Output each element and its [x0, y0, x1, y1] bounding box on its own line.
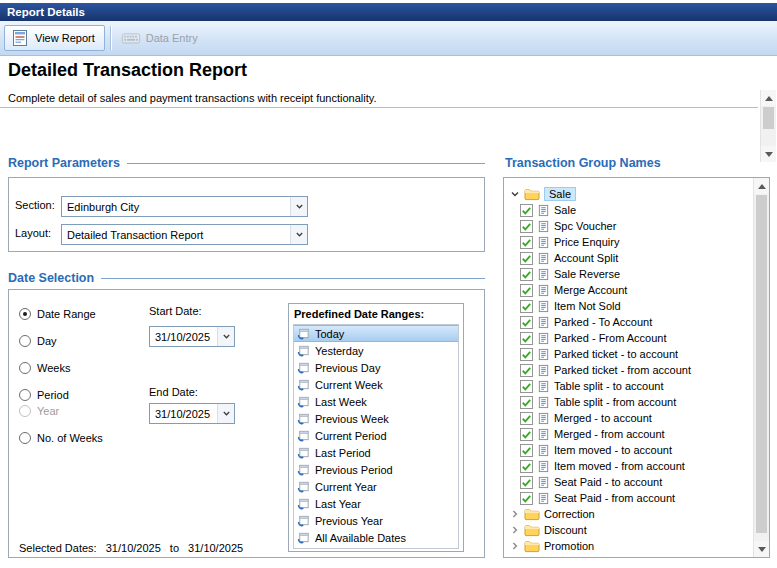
document-icon	[537, 268, 550, 281]
description-scrollbar[interactable]	[760, 90, 776, 162]
item-checkbox-checked[interactable]	[520, 460, 533, 473]
tree-item-seat-paid-from-account[interactable]: Seat Paid - from account	[520, 490, 753, 506]
header-rule	[127, 163, 485, 164]
layout-select[interactable]: Detailed Transaction Report	[61, 224, 308, 245]
document-icon	[537, 316, 550, 329]
description-divider	[0, 107, 758, 108]
date-range-icon	[297, 514, 310, 527]
item-checkbox-checked[interactable]	[520, 428, 533, 441]
tree-item-table-split-to-account[interactable]: Table split - to account	[520, 378, 753, 394]
down-arrow-icon	[758, 547, 766, 552]
item-checkbox-checked[interactable]	[520, 492, 533, 505]
document-icon	[537, 380, 550, 393]
chevron-right-icon[interactable]	[510, 525, 520, 535]
scrollbar-thumb[interactable]	[756, 195, 767, 533]
document-icon	[537, 412, 550, 425]
predefined-item-current-period[interactable]: Current Period	[294, 427, 458, 444]
document-icon	[537, 236, 550, 249]
chevron-right-icon[interactable]	[510, 509, 520, 519]
tree-item-item-moved-from-account[interactable]: Item moved - from account	[520, 458, 753, 474]
scroll-up-button[interactable]	[761, 90, 776, 106]
tree-item-merged-from-account[interactable]: Merged - from account	[520, 426, 753, 442]
predefined-item-previous-year[interactable]: Previous Year	[294, 512, 458, 529]
start-date-select[interactable]: 31/10/2025	[149, 326, 235, 347]
scroll-down-button[interactable]	[754, 541, 769, 557]
scrollbar-thumb[interactable]	[763, 107, 774, 129]
tree-item-table-split-from-account[interactable]: Table split - from account	[520, 394, 753, 410]
selected-dates-summary: Selected Dates: 31/10/2025 to 31/10/2025	[19, 542, 249, 554]
radio-circle	[19, 432, 31, 444]
item-checkbox-checked[interactable]	[520, 364, 533, 377]
tree-folder-discount[interactable]: Discount	[510, 522, 753, 538]
date-range-icon	[297, 378, 310, 391]
tree-item-item-moved-to-account[interactable]: Item moved - to account	[520, 442, 753, 458]
item-checkbox-checked[interactable]	[520, 476, 533, 489]
tree-item-merged-to-account[interactable]: Merged - to account	[520, 410, 753, 426]
predefined-item-current-year[interactable]: Current Year	[294, 478, 458, 495]
predefined-item-previous-day[interactable]: Previous Day	[294, 359, 458, 376]
item-checkbox-checked[interactable]	[520, 444, 533, 457]
date-range-icon	[297, 429, 310, 442]
predefined-item-yesterday[interactable]: Yesterday	[294, 342, 458, 359]
item-checkbox-checked[interactable]	[520, 412, 533, 425]
tree-item-parked-from-account[interactable]: Parked - From Account	[520, 330, 753, 346]
data-entry-button[interactable]: Data Entry	[116, 25, 207, 51]
item-checkbox-checked[interactable]	[520, 300, 533, 313]
tree-item-price-enquiry[interactable]: Price Enquiry	[520, 234, 753, 250]
section-select[interactable]: Edinburgh City	[61, 196, 308, 217]
date-selection-groupbox: Date Range Day Weeks Period Year No. of …	[8, 289, 485, 558]
scroll-up-button[interactable]	[754, 178, 769, 194]
tree-item-seat-paid-to-account[interactable]: Seat Paid - to account	[520, 474, 753, 490]
item-checkbox-checked[interactable]	[520, 348, 533, 361]
tree-folder-promotion[interactable]: Promotion	[510, 538, 753, 554]
tree-item-sale-reverse[interactable]: Sale Reverse	[520, 266, 753, 282]
radio-year[interactable]: Year	[19, 404, 59, 418]
item-checkbox-checked[interactable]	[520, 268, 533, 281]
item-checkbox-checked[interactable]	[520, 252, 533, 265]
predefined-item-current-week[interactable]: Current Week	[294, 376, 458, 393]
tree-item-item-not-sold[interactable]: Item Not Sold	[520, 298, 753, 314]
item-checkbox-checked[interactable]	[520, 284, 533, 297]
predefined-item-last-period[interactable]: Last Period	[294, 444, 458, 461]
tree-item-parked-ticket-from-account[interactable]: Parked ticket - from account	[520, 362, 753, 378]
document-icon	[537, 476, 550, 489]
item-checkbox-checked[interactable]	[520, 236, 533, 249]
predefined-item-previous-period[interactable]: Previous Period	[294, 461, 458, 478]
predefined-item-today[interactable]: Today	[294, 325, 458, 342]
document-icon	[537, 220, 550, 233]
item-checkbox-checked[interactable]	[520, 332, 533, 345]
toolbar: View Report Data Entry	[0, 21, 777, 56]
predefined-item-previous-week[interactable]: Previous Week	[294, 410, 458, 427]
radio-period[interactable]: Period	[19, 388, 69, 402]
predefined-item-last-year[interactable]: Last Year	[294, 495, 458, 512]
radio-no-of-weeks[interactable]: No. of Weeks	[19, 431, 103, 445]
radio-day[interactable]: Day	[19, 334, 57, 348]
predefined-item-last-week[interactable]: Last Week	[294, 393, 458, 410]
tree-item-parked-ticket-to-account[interactable]: Parked ticket - to account	[520, 346, 753, 362]
item-checkbox-checked[interactable]	[520, 220, 533, 233]
tree-scrollbar[interactable]	[753, 178, 769, 557]
item-checkbox-checked[interactable]	[520, 204, 533, 217]
chevron-right-icon[interactable]	[510, 541, 520, 551]
item-checkbox-checked[interactable]	[520, 380, 533, 393]
radio-date-range[interactable]: Date Range	[19, 307, 96, 321]
tree-item-merge-account[interactable]: Merge Account	[520, 282, 753, 298]
end-date-select[interactable]: 31/10/2025	[149, 403, 235, 424]
chevron-down-icon[interactable]	[510, 189, 520, 199]
tree-item-spc-voucher[interactable]: Spc Voucher	[520, 218, 753, 234]
tree-node-sale[interactable]: Sale	[510, 186, 753, 202]
tree-folder-correction[interactable]: Correction	[510, 506, 753, 522]
tree-item-account-split[interactable]: Account Split	[520, 250, 753, 266]
chevron-down-icon	[217, 404, 234, 423]
tree-item-parked-to-account[interactable]: Parked - To Account	[520, 314, 753, 330]
tree-item-sale[interactable]: Sale	[520, 202, 753, 218]
item-checkbox-checked[interactable]	[520, 396, 533, 409]
document-icon	[537, 364, 550, 377]
transaction-groups-header: Transaction Group Names	[505, 156, 767, 170]
view-report-button[interactable]: View Report	[4, 25, 105, 51]
predefined-item-all-available-dates[interactable]: All Available Dates	[294, 529, 458, 546]
header-rule	[101, 278, 485, 279]
radio-weeks[interactable]: Weeks	[19, 361, 70, 375]
radio-circle	[19, 362, 31, 374]
item-checkbox-checked[interactable]	[520, 316, 533, 329]
